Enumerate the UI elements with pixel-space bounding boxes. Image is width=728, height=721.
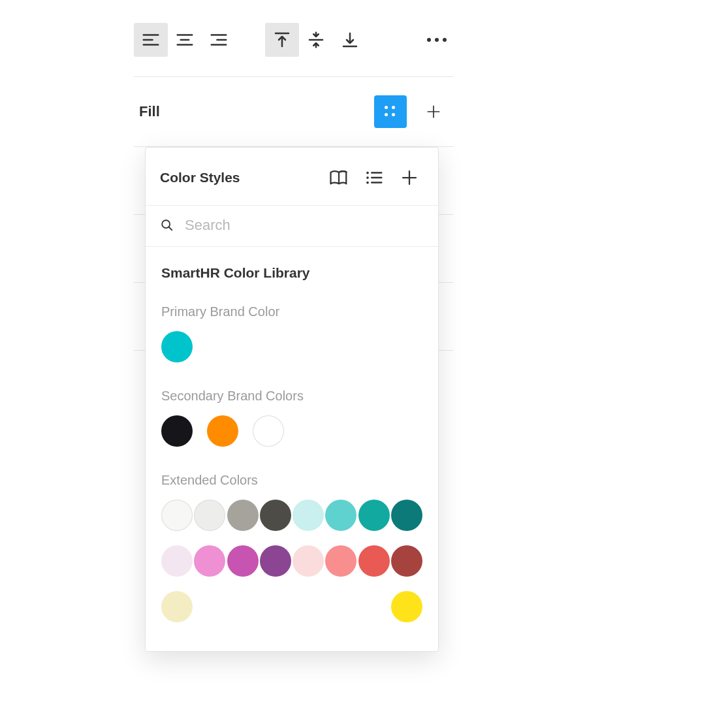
color-swatch-rose-05[interactable]	[293, 545, 324, 577]
search-icon	[160, 218, 174, 232]
align-right-icon	[209, 30, 229, 50]
svg-point-1	[366, 176, 369, 179]
search-row	[146, 206, 438, 247]
list-view-button[interactable]	[360, 163, 388, 192]
color-swatch-yellow[interactable]	[391, 591, 422, 622]
book-icon	[329, 168, 349, 187]
color-swatch-orange[interactable]	[207, 415, 238, 447]
align-left-icon	[141, 30, 161, 50]
swatch-row-secondary	[161, 415, 422, 447]
align-center-icon	[175, 30, 195, 50]
group-label-secondary: Secondary Brand Colors	[161, 389, 422, 404]
create-style-button[interactable]	[395, 163, 424, 192]
color-swatch-pink-05[interactable]	[161, 545, 193, 577]
more-options-button[interactable]	[420, 23, 454, 57]
swatch-row-primary	[161, 331, 422, 362]
color-swatch-maroon[interactable]	[391, 545, 422, 577]
add-fill-button[interactable]	[419, 97, 449, 127]
svg-point-0	[366, 172, 369, 174]
library-button[interactable]	[324, 163, 353, 192]
flyout-header: Color Styles	[146, 148, 438, 206]
search-input[interactable]	[183, 216, 424, 234]
plus-icon	[425, 103, 442, 120]
flyout-body[interactable]: SmartHR Color Library Primary Brand Colo…	[146, 247, 438, 651]
group-label-primary: Primary Brand Color	[161, 304, 422, 319]
fill-section-header: Fill	[134, 77, 454, 147]
color-swatch-red[interactable]	[358, 545, 390, 577]
color-styles-flyout: Color Styles SmartHR Color Library Prima…	[145, 147, 439, 652]
color-swatch-black[interactable]	[161, 415, 193, 447]
group-label-extended: Extended Colors	[161, 473, 422, 488]
color-swatch-teal[interactable]	[358, 500, 390, 531]
flyout-title: Color Styles	[160, 170, 318, 185]
color-swatch-primary-teal[interactable]	[161, 331, 193, 362]
align-right-button[interactable]	[202, 23, 236, 57]
valign-middle-icon	[306, 30, 326, 50]
color-swatch-coral[interactable]	[325, 545, 356, 577]
color-swatch-purple[interactable]	[260, 545, 291, 577]
swatch-row-extended	[161, 500, 422, 622]
library-name: SmartHR Color Library	[161, 265, 422, 281]
color-swatch-magenta[interactable]	[227, 545, 259, 577]
vertical-align-bottom-button[interactable]	[333, 23, 367, 57]
color-swatch-grey-40[interactable]	[227, 500, 259, 531]
text-align-toolbar	[134, 23, 454, 77]
color-swatch-grey-70[interactable]	[260, 500, 291, 531]
align-center-button[interactable]	[168, 23, 202, 57]
vertical-align-middle-button[interactable]	[299, 23, 333, 57]
color-swatch-grey-05[interactable]	[161, 500, 193, 531]
valign-bottom-icon	[340, 30, 360, 50]
fill-label: Fill	[139, 103, 374, 120]
vertical-align-top-button[interactable]	[265, 23, 299, 57]
color-swatch-cream[interactable]	[161, 591, 193, 622]
align-left-button[interactable]	[134, 23, 168, 57]
color-swatch-grey-10[interactable]	[194, 500, 225, 531]
four-dots-icon	[385, 106, 396, 118]
svg-point-2	[366, 182, 369, 184]
list-icon	[364, 168, 384, 187]
color-styles-button[interactable]	[374, 95, 407, 128]
color-swatch-aqua[interactable]	[325, 500, 356, 531]
color-swatch-teal-dark[interactable]	[391, 500, 422, 531]
color-swatch-pink-40[interactable]	[194, 545, 225, 577]
color-swatch-aqua-light[interactable]	[293, 500, 324, 531]
more-icon	[427, 38, 447, 42]
plus-icon	[400, 168, 419, 187]
color-swatch-white[interactable]	[253, 415, 284, 447]
valign-top-icon	[272, 30, 292, 50]
